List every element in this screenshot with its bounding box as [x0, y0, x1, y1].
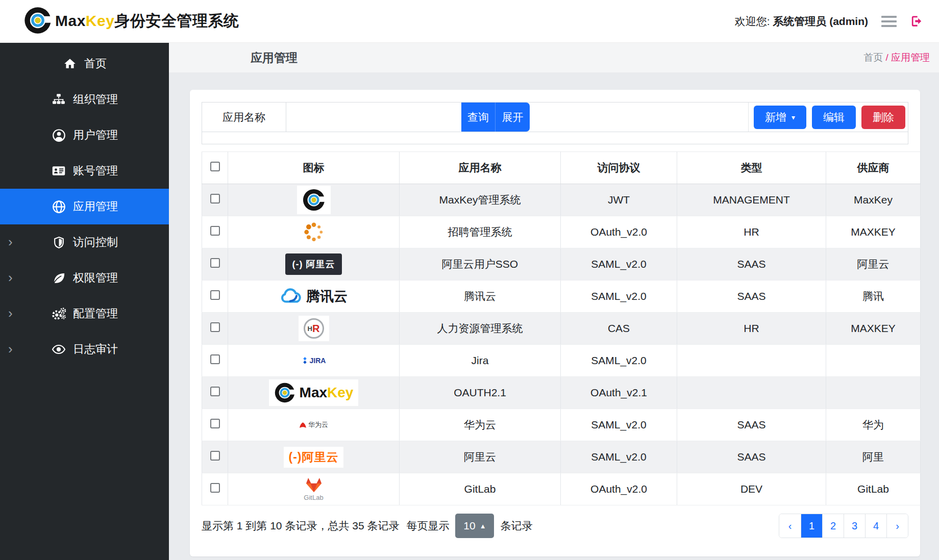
- logout-icon[interactable]: [910, 14, 924, 28]
- table-row[interactable]: MaxKeyOAUTH2.1OAuth_v2.1: [202, 377, 921, 409]
- app-icon-cell: 华为云: [228, 409, 400, 441]
- sidebar-item-3[interactable]: 用户管理: [0, 117, 169, 153]
- row-checkbox[interactable]: [210, 258, 220, 268]
- sidebar-item-2[interactable]: 组织管理: [0, 82, 169, 117]
- row-select-cell: [202, 248, 228, 281]
- id-card-icon: [51, 164, 66, 178]
- select-all-header[interactable]: [202, 152, 228, 184]
- app-type-cell: HR: [677, 216, 826, 248]
- pagination-page-4[interactable]: 4: [865, 514, 886, 538]
- breadcrumb-home[interactable]: 首页: [863, 52, 883, 63]
- edit-button[interactable]: 编辑: [812, 106, 856, 129]
- row-checkbox[interactable]: [210, 419, 220, 428]
- app-icon-cell: (-) 阿里云: [228, 248, 400, 281]
- sidebar-item-label: 账号管理: [73, 163, 118, 179]
- table-row[interactable]: (-)阿里云阿里云SAML_v2.0SAAS阿里: [202, 441, 921, 473]
- jira-logo: JIRA: [228, 357, 399, 365]
- select-all-checkbox[interactable]: [210, 162, 220, 171]
- row-checkbox[interactable]: [210, 290, 220, 300]
- app-vendor-cell: MaxKey: [826, 184, 921, 216]
- column-header-name[interactable]: 应用名称: [400, 152, 561, 184]
- sidebar-item-label: 访问控制: [73, 235, 118, 250]
- pagination-next[interactable]: ›: [886, 514, 908, 538]
- app-type-cell: DEV: [677, 473, 826, 505]
- app-protocol-cell: SAML_v2.0: [561, 345, 677, 377]
- table-row[interactable]: 招聘管理系统OAuth_v2.0HRMAXKEY: [202, 216, 921, 248]
- table-header-row: 图标 应用名称 访问协议 类型 供应商: [202, 152, 921, 184]
- sidebar-item-label: 日志审计: [73, 342, 118, 357]
- app-name-cell: 人力资源管理系统: [400, 313, 561, 345]
- column-header-icon[interactable]: 图标: [228, 152, 400, 184]
- leaf-icon: [51, 271, 66, 285]
- table-row[interactable]: GitLabGitLabOAuth_v2.0DEVGitLab: [202, 473, 921, 505]
- hamburger-icon[interactable]: [881, 16, 897, 27]
- add-button[interactable]: 新增▾: [754, 106, 806, 129]
- row-checkbox[interactable]: [210, 226, 220, 236]
- pagination: ‹1234›: [779, 514, 908, 538]
- row-checkbox[interactable]: [210, 387, 220, 396]
- sidebar-item-9[interactable]: ›日志审计: [0, 332, 169, 367]
- eye-icon: [51, 343, 66, 355]
- brand-title: MaxKey身份安全管理系统: [55, 11, 239, 32]
- app-type-cell: SAAS: [677, 441, 826, 473]
- chevron-right-icon: ›: [8, 271, 13, 284]
- pagination-page-3[interactable]: 3: [844, 514, 865, 538]
- sidebar-item-4[interactable]: 账号管理: [0, 153, 169, 189]
- page-title: 应用管理: [251, 50, 298, 66]
- sidebar-item-label: 应用管理: [73, 199, 118, 214]
- row-checkbox[interactable]: [210, 322, 220, 332]
- expand-button[interactable]: 展开: [495, 103, 530, 132]
- table-row[interactable]: MaxKey管理系统JWTMANAGEMENTMaxKey: [202, 184, 921, 216]
- table-row[interactable]: HR人力资源管理系统CASHRMAXKEY: [202, 313, 921, 345]
- pagination-prev[interactable]: ‹: [779, 514, 801, 538]
- gitlab-logo: GitLab: [228, 477, 399, 501]
- app-type-cell: HR: [677, 313, 826, 345]
- sidebar-item-5[interactable]: 应用管理: [0, 189, 169, 224]
- delete-button[interactable]: 删除: [861, 106, 905, 129]
- app-vendor-cell: MAXKEY: [826, 216, 921, 248]
- app-icon-cell: 腾讯云: [228, 281, 400, 313]
- page-size-select[interactable]: 10▲: [455, 514, 494, 538]
- user-icon: [51, 129, 66, 142]
- table-row[interactable]: JIRAJiraSAML_v2.0: [202, 345, 921, 377]
- sidebar-item-8[interactable]: ›配置管理: [0, 296, 169, 332]
- sidebar-item-1[interactable]: 首页: [0, 46, 169, 82]
- dots-spinner: [228, 221, 399, 243]
- sidebar-item-7[interactable]: ›权限管理: [0, 260, 169, 296]
- app-icon-cell: JIRA: [228, 345, 400, 377]
- column-header-protocol[interactable]: 访问协议: [561, 152, 677, 184]
- chevron-right-icon: ›: [8, 342, 13, 355]
- app-protocol-cell: OAuth_v2.1: [561, 377, 677, 409]
- column-header-vendor[interactable]: 供应商: [826, 152, 921, 184]
- pagination-page-2[interactable]: 2: [822, 514, 844, 538]
- sidebar-item-6[interactable]: ›访问控制: [0, 224, 169, 260]
- app-name-cell: 华为云: [400, 409, 561, 441]
- table-row[interactable]: (-) 阿里云阿里云用户SSOSAML_v2.0SAAS阿里云: [202, 248, 921, 281]
- welcome-text: 欢迎您: 系统管理员 (admin): [735, 14, 868, 29]
- app-name-cell: MaxKey管理系统: [400, 184, 561, 216]
- record-summary: 显示第 1 到第 10 条记录，总共 35 条记录: [202, 519, 399, 533]
- app-protocol-cell: OAuth_v2.0: [561, 216, 677, 248]
- table-row[interactable]: 腾讯云腾讯云SAML_v2.0SAAS腾讯: [202, 281, 921, 313]
- pagination-page-1[interactable]: 1: [801, 514, 822, 538]
- app-vendor-cell: MAXKEY: [826, 313, 921, 345]
- breadcrumb: 首页 / 应用管理: [863, 51, 930, 64]
- maxkey-logo: MaxKey: [228, 379, 399, 406]
- row-checkbox[interactable]: [210, 451, 220, 461]
- row-checkbox[interactable]: [210, 354, 220, 364]
- row-checkbox[interactable]: [210, 194, 220, 203]
- row-select-cell: [202, 281, 228, 313]
- app-name-cell: Jira: [400, 345, 561, 377]
- search-input[interactable]: [286, 103, 461, 132]
- aliyun-dark: (-) 阿里云: [228, 253, 399, 275]
- app-vendor-cell: 腾讯: [826, 281, 921, 313]
- sitemap-icon: [51, 93, 66, 106]
- hr-logo: HR: [228, 316, 399, 341]
- table-row[interactable]: 华为云华为云SAML_v2.0SAAS华为: [202, 409, 921, 441]
- row-checkbox[interactable]: [210, 483, 220, 493]
- query-button[interactable]: 查询: [461, 103, 495, 132]
- app-name-cell: 腾讯云: [400, 281, 561, 313]
- column-header-type[interactable]: 类型: [677, 152, 826, 184]
- brand: MaxKey身份安全管理系统: [0, 6, 239, 37]
- page-header: 应用管理 首页 / 应用管理: [169, 43, 939, 72]
